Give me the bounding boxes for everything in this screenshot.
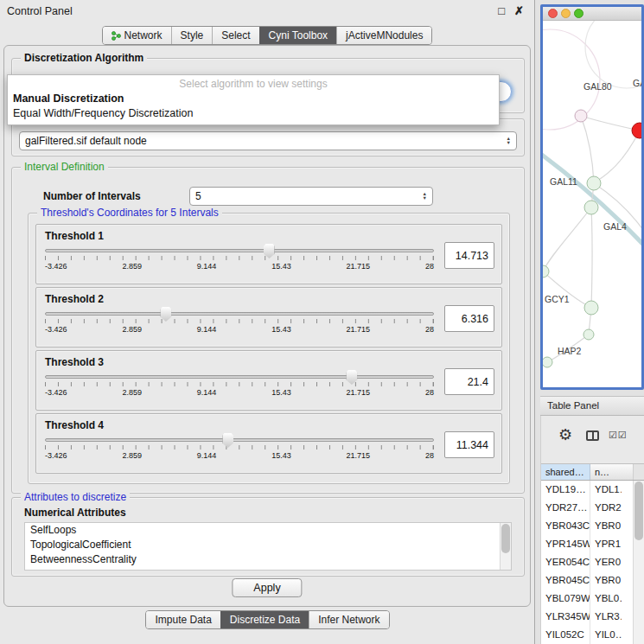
screen: Control Panel □ ✗ Network Style Select — [0, 0, 644, 644]
columns-icon[interactable] — [586, 430, 599, 441]
number-of-intervals-select[interactable]: 5 ▲▼ — [189, 187, 433, 206]
cell[interactable]: YBL079W — [541, 590, 590, 608]
scale-label: 15.43 — [271, 262, 291, 271]
threshold-3-slider[interactable]: -3.426 2.859 9.144 15.43 21.715 28 — [45, 375, 434, 397]
cell[interactable]: YBR043C — [541, 517, 590, 535]
scale-label: 2.859 — [122, 388, 142, 397]
threshold-2-label: Threshold 2 — [45, 293, 104, 305]
threshold-2-value-field[interactable]: 6.316 — [444, 305, 494, 332]
combo-stepper-icon: ▲▼ — [418, 192, 427, 201]
tab-infer-network[interactable]: Infer Network — [309, 611, 388, 628]
column-header-name[interactable]: n… — [590, 464, 633, 480]
cell[interactable]: YER0… — [590, 553, 622, 571]
float-window-icon[interactable]: □ — [498, 4, 505, 17]
network-node[interactable] — [584, 301, 598, 315]
gear-icon[interactable]: ⚙ — [558, 427, 572, 443]
threshold-3-value-field[interactable]: 21.4 — [444, 368, 494, 395]
slider-track[interactable] — [45, 249, 434, 252]
cell[interactable]: YPR1… — [590, 535, 622, 553]
top-tabs-segmented-control: Network Style Select Cyni Toolbox jActiv… — [102, 26, 433, 45]
slider-ticks — [45, 382, 434, 386]
cell[interactable]: YDR27… — [541, 499, 590, 517]
network-node[interactable] — [584, 201, 598, 214]
table-row[interactable]: YIL052CYIL0… — [541, 626, 644, 644]
attributes-scrollbar[interactable] — [500, 523, 511, 570]
cell[interactable]: YER054C — [541, 553, 590, 571]
cell[interactable]: YDL1… — [590, 481, 622, 499]
slider-track[interactable] — [45, 438, 434, 442]
list-item[interactable]: SelfLoops — [25, 523, 511, 538]
table-row[interactable]: YER054CYER0… — [541, 553, 644, 571]
scale-label: 28 — [425, 325, 434, 334]
dropdown-item-manual-discretization[interactable]: Manual Discretization — [8, 92, 499, 106]
column-header-shared-name[interactable]: shared… — [541, 464, 590, 480]
table-panel-header[interactable]: Table Panel — [540, 396, 644, 416]
slider-scale: -3.426 2.859 9.144 15.43 21.715 28 — [45, 451, 434, 460]
threshold-4-slider[interactable]: -3.426 2.859 9.144 15.43 21.715 28 — [45, 438, 434, 460]
close-window-icon[interactable]: ✗ — [514, 4, 524, 17]
threshold-1-label: Threshold 1 — [45, 230, 104, 242]
tab-discretize-data[interactable]: Discretize Data — [220, 611, 309, 628]
table-row[interactable]: YDL19…YDL1… — [541, 481, 644, 499]
table-row[interactable]: YBR043CYBR0… — [541, 517, 644, 535]
table-data-select[interactable]: galFiltered.sif default node ▲▼ — [19, 131, 517, 150]
scrollbar-thumb[interactable] — [634, 481, 643, 540]
select-columns-checkboxes-icon[interactable]: ☑☑ — [609, 430, 628, 441]
cell[interactable]: YIL052C — [541, 626, 590, 644]
node-label-gal4: GAL4 — [603, 221, 627, 232]
dropdown-item-equal-width-frequency[interactable]: Equal Width/Frequency Discretization — [8, 106, 499, 121]
cell[interactable]: YPR145W — [541, 535, 590, 553]
table-row[interactable]: YBL079WYBL0… — [541, 590, 644, 608]
network-node-highlighted[interactable] — [632, 123, 641, 138]
minimize-traffic-light-icon[interactable] — [561, 9, 571, 18]
interval-definition-group: Interval Definition Number of Intervals … — [11, 167, 525, 494]
scale-label: 21.715 — [347, 451, 371, 460]
tab-select[interactable]: Select — [212, 27, 258, 44]
cell[interactable]: YBR045C — [541, 571, 590, 590]
network-view-window[interactable]: GAL80 GA GAL11 GAL4 GCY1 HAP2 — [540, 4, 644, 390]
threshold-1-slider[interactable]: -3.426 2.859 9.144 15.43 21.715 28 — [45, 249, 434, 271]
control-panel-window: Control Panel □ ✗ Network Style Select — [0, 0, 535, 644]
table-row[interactable]: YPR145WYPR1… — [541, 535, 644, 553]
numerical-attributes-list[interactable]: SelfLoops TopologicalCoefficient Between… — [24, 522, 512, 571]
apply-button[interactable]: Apply — [232, 578, 302, 597]
tab-jactivemnodules[interactable]: jActiveMNodules — [336, 27, 431, 44]
slider-ticks — [45, 445, 434, 450]
cell[interactable]: YIL0… — [590, 626, 622, 644]
scrollbar-thumb[interactable] — [501, 524, 510, 553]
table-row[interactable]: YBR045CYBR0… — [541, 571, 644, 590]
cell[interactable]: YDR2… — [590, 499, 622, 517]
threshold-2-slider[interactable]: -3.426 2.859 9.144 15.43 21.715 28 — [45, 312, 434, 334]
table-scrollbar[interactable] — [633, 481, 644, 644]
threshold-1-value-field[interactable]: 14.713 — [444, 242, 494, 269]
threshold-4-value-field[interactable]: 11.344 — [444, 431, 494, 458]
close-traffic-light-icon[interactable] — [548, 9, 558, 18]
zoom-traffic-light-icon[interactable] — [574, 9, 583, 18]
slider-track[interactable] — [45, 375, 434, 379]
network-node[interactable] — [587, 176, 601, 190]
network-icon — [112, 31, 121, 41]
network-canvas[interactable]: GAL80 GA GAL11 GAL4 GCY1 HAP2 — [543, 21, 641, 390]
network-node[interactable] — [543, 357, 552, 367]
algorithm-dropdown-popup: Select algorithm to view settings Manual… — [7, 74, 500, 125]
tab-cyni-toolbox[interactable]: Cyni Toolbox — [259, 27, 336, 44]
cyni-toolbox-panel: Discretization Algorithm Table Data galF… — [3, 45, 531, 607]
table-row[interactable]: YDR27…YDR2… — [541, 499, 644, 517]
cell[interactable]: YBR0… — [590, 517, 622, 535]
control-panel-titlebar: Control Panel □ ✗ — [0, 0, 534, 22]
cell[interactable]: YLR3… — [590, 608, 622, 626]
cell[interactable]: YDL19… — [541, 481, 590, 499]
tab-style[interactable]: Style — [171, 27, 213, 44]
list-item[interactable]: TopologicalCoefficient — [25, 538, 511, 552]
cell[interactable]: YBR0… — [590, 571, 622, 590]
network-node[interactable] — [583, 329, 594, 340]
tab-impute-data[interactable]: Impute Data — [146, 611, 220, 628]
network-node[interactable] — [575, 110, 587, 122]
table-row[interactable]: YLR345WYLR3… — [541, 608, 644, 626]
slider-track[interactable] — [45, 312, 434, 316]
cell[interactable]: YBL0… — [590, 590, 622, 608]
tab-infer-network-label: Infer Network — [318, 614, 379, 626]
tab-network[interactable]: Network — [103, 27, 171, 44]
cell[interactable]: YLR345W — [541, 608, 590, 626]
list-item[interactable]: BetweennessCentrality — [25, 552, 511, 567]
